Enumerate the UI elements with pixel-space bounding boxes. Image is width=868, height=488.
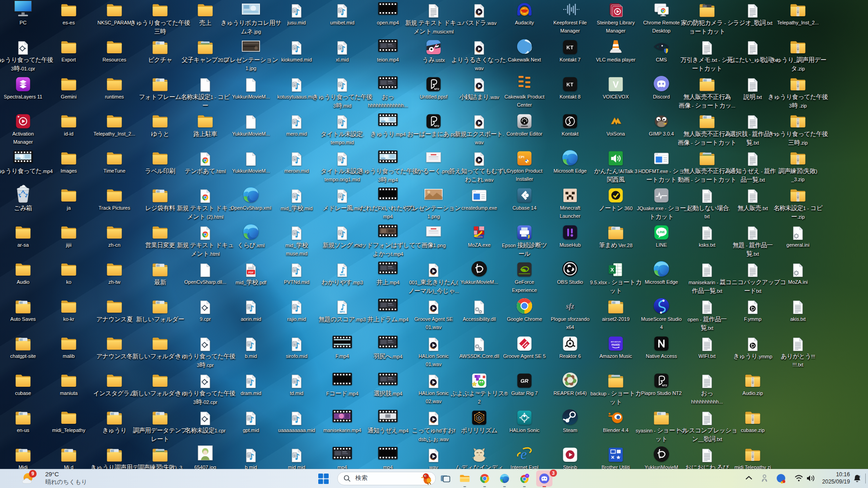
svg-text:z: z	[859, 474, 860, 479]
